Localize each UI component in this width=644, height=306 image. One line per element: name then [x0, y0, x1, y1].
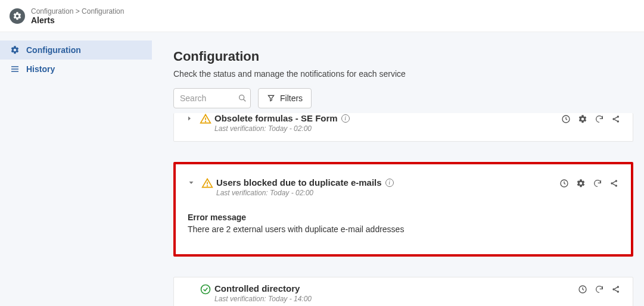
gear-icon — [10, 45, 20, 55]
alert-card-blocked-users: Users blocked due to duplicate e-mails i… — [173, 162, 633, 257]
clock-icon — [561, 114, 571, 124]
schedule-action[interactable] — [578, 285, 587, 294]
schedule-action[interactable] — [559, 179, 569, 188]
top-header: Configuration > Configuration Alerts — [0, 0, 644, 32]
status-icon-ok — [197, 283, 214, 295]
warning-triangle-icon — [200, 113, 211, 125]
info-icon[interactable]: i — [385, 179, 394, 187]
refresh-action[interactable] — [595, 114, 604, 124]
last-verification-label: Last verification: — [214, 124, 266, 133]
schedule-action[interactable] — [561, 114, 571, 124]
refresh-icon — [595, 114, 604, 124]
filters-label: Filters — [280, 93, 303, 103]
gear-icon — [576, 179, 586, 188]
sidebar-item-configuration[interactable]: Configuration — [0, 40, 152, 60]
list-icon — [10, 64, 20, 74]
warning-triangle-icon — [201, 177, 213, 189]
page-title: Alerts — [31, 15, 124, 25]
last-verification-value: Today - 14:00 — [268, 295, 312, 303]
refresh-icon — [593, 179, 602, 188]
gear-icon — [13, 11, 22, 21]
alert-card-controlled-directory: Controlled directory Last verification: … — [173, 277, 633, 306]
svg-point-3 — [206, 121, 206, 122]
expand-chevron[interactable] — [186, 113, 197, 122]
filters-button[interactable]: Filters — [258, 88, 312, 108]
last-verification-value: Today - 02:00 — [268, 124, 312, 133]
error-message-label: Error message — [188, 213, 619, 222]
sidebar-item-label: Configuration — [26, 45, 81, 55]
sidebar-item-label: History — [26, 64, 55, 74]
share-icon — [609, 179, 619, 188]
clock-icon — [559, 179, 569, 188]
share-action[interactable] — [609, 179, 619, 188]
share-icon — [611, 114, 621, 124]
search-box — [173, 88, 251, 108]
chevron-down-icon — [188, 179, 195, 186]
breadcrumb: Configuration > Configuration — [31, 7, 124, 15]
last-verification-label: Last verification: — [214, 295, 266, 303]
status-icon-warning — [198, 177, 216, 189]
refresh-action[interactable] — [593, 179, 602, 188]
settings-action[interactable] — [576, 179, 586, 188]
main-panel: Configuration Check the status and manag… — [152, 32, 644, 306]
clock-icon — [578, 285, 587, 294]
status-icon-warning — [197, 113, 214, 125]
alert-card-obsolete-formulas: Obsolete formulas - SE Form i Last verif… — [173, 113, 633, 142]
app-icon — [10, 8, 25, 24]
last-verification-value: Today - 02:00 — [270, 189, 313, 197]
chevron-right-icon — [186, 115, 193, 122]
last-verification-label: Last verification: — [216, 189, 268, 197]
svg-point-14 — [201, 285, 210, 294]
alert-title: Users blocked due to duplicate e-mails — [216, 177, 382, 188]
sidebar-item-history[interactable]: History — [0, 60, 152, 79]
share-action[interactable] — [611, 285, 621, 294]
check-circle-icon — [200, 283, 211, 295]
gear-icon — [578, 114, 587, 124]
settings-action[interactable] — [578, 114, 587, 124]
share-icon — [611, 285, 621, 294]
search-input[interactable] — [173, 88, 251, 108]
share-action[interactable] — [611, 114, 621, 124]
collapse-chevron[interactable] — [188, 177, 198, 186]
main-description: Check the status and manage the notifica… — [173, 69, 633, 79]
error-message-text: There are 2 external users with duplicat… — [188, 224, 619, 234]
main-title: Configuration — [173, 49, 633, 64]
refresh-action[interactable] — [595, 285, 604, 294]
alert-title: Obsolete formulas - SE Form — [214, 113, 338, 123]
alert-title: Controlled directory — [214, 283, 300, 293]
sidebar: Configuration History — [0, 32, 152, 306]
filter-icon — [267, 94, 275, 102]
info-icon[interactable]: i — [341, 114, 350, 123]
refresh-icon — [595, 285, 604, 294]
svg-point-9 — [207, 186, 208, 186]
